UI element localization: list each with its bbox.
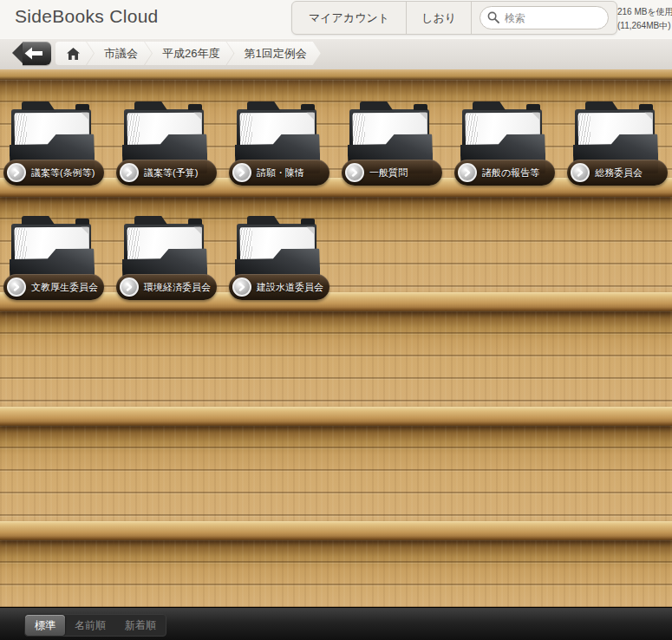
search-icon bbox=[487, 11, 499, 23]
shelf-top-lip bbox=[0, 69, 672, 80]
shelf-ledge bbox=[0, 521, 672, 540]
chevron-circle-icon bbox=[120, 163, 139, 182]
folder-row-2: 文教厚生委員会 bbox=[3, 212, 342, 301]
breadcrumb-bar: 市議会 平成26年度 第1回定例会 bbox=[0, 38, 672, 70]
chevron-circle-icon bbox=[232, 163, 251, 182]
chevron-circle-icon bbox=[571, 163, 590, 182]
breadcrumb-item[interactable]: 平成26年度 bbox=[145, 42, 233, 65]
bookshelf: 議案等(条例等) bbox=[0, 69, 672, 607]
folder-item[interactable]: 総務委員会 bbox=[567, 98, 672, 186]
my-account-button[interactable]: マイアカウント bbox=[292, 2, 407, 34]
folder-label: 総務委員会 bbox=[595, 167, 643, 180]
folder-label: 議案等(予算) bbox=[144, 167, 198, 180]
sort-control: 標準 名前順 新着順 bbox=[24, 614, 166, 637]
storage-total: (11,264MB中) bbox=[617, 19, 669, 33]
folder-item[interactable]: 議案等(予算) bbox=[116, 98, 229, 186]
folder-label-pill[interactable]: 総務委員会 bbox=[567, 160, 668, 186]
app-title: SideBooks Cloud bbox=[15, 6, 159, 27]
folder-item[interactable]: 議案等(条例等) bbox=[3, 98, 116, 186]
folder-label-pill[interactable]: 諸般の報告等 bbox=[454, 160, 555, 186]
folder-row-1: 議案等(条例等) bbox=[3, 98, 672, 186]
folder-label-pill[interactable]: 議案等(条例等) bbox=[3, 160, 104, 186]
folder-label: 建設水道委員会 bbox=[257, 281, 323, 294]
folder-item[interactable]: 諸般の報告等 bbox=[454, 98, 567, 186]
folder-label: 文教厚生委員会 bbox=[31, 281, 98, 294]
folder-item[interactable]: 建設水道委員会 bbox=[229, 212, 342, 301]
breadcrumb-home[interactable] bbox=[55, 42, 94, 65]
chevron-circle-icon bbox=[120, 278, 139, 297]
back-arrow-icon bbox=[23, 46, 44, 61]
search-pill[interactable] bbox=[480, 6, 609, 29]
shelf-back-panel bbox=[0, 426, 672, 521]
folder-item[interactable]: 環境経済委員会 bbox=[116, 212, 229, 301]
chevron-circle-icon bbox=[7, 278, 26, 297]
breadcrumb-item[interactable]: 市議会 bbox=[87, 42, 152, 65]
chevron-circle-icon bbox=[232, 278, 251, 297]
chevron-circle-icon bbox=[7, 163, 26, 182]
folder-label: 請願・陳情 bbox=[257, 167, 304, 180]
folder-label: 諸般の報告等 bbox=[482, 167, 539, 180]
breadcrumb-item[interactable]: 第1回定例会 bbox=[226, 42, 320, 65]
shelf-ledge bbox=[0, 407, 672, 426]
shelf-cubby-4 bbox=[0, 426, 672, 540]
folder-label: 議案等(条例等) bbox=[31, 167, 95, 180]
folder-label: 一般質問 bbox=[369, 167, 408, 180]
search-input[interactable] bbox=[503, 8, 603, 28]
folder-label-pill[interactable]: 建設水道委員会 bbox=[229, 274, 329, 300]
sort-option-button[interactable]: 名前順 bbox=[65, 615, 115, 636]
shelf-cubby-1: 議案等(条例等) bbox=[0, 80, 672, 197]
sort-option-button[interactable]: 標準 bbox=[25, 615, 65, 636]
folder-label-pill[interactable]: 環境経済委員会 bbox=[116, 274, 217, 300]
chevron-circle-icon bbox=[458, 163, 477, 182]
folder-label-pill[interactable]: 一般質問 bbox=[342, 160, 442, 186]
home-icon bbox=[67, 48, 80, 60]
sort-option-button[interactable]: 新着順 bbox=[115, 615, 166, 636]
back-button[interactable] bbox=[12, 42, 51, 65]
folder-label-pill[interactable]: 議案等(予算) bbox=[116, 160, 217, 186]
storage-usage: 216 MBを使用 (11,264MB中) bbox=[617, 5, 669, 33]
folder-item[interactable]: 一般質問 bbox=[342, 98, 454, 186]
storage-used: 216 MBを使用 bbox=[617, 5, 669, 19]
app-header: SideBooks Cloud マイアカウント しおり 216 MBを使用 (1… bbox=[0, 0, 672, 38]
folder-label-pill[interactable]: 請願・陳情 bbox=[229, 160, 329, 186]
folder-label: 環境経済委員会 bbox=[144, 281, 211, 294]
footer-bar: 標準 名前順 新着順 bbox=[0, 607, 672, 640]
folder-item[interactable]: 請願・陳情 bbox=[229, 98, 342, 186]
shelf-cubby-3 bbox=[0, 311, 672, 426]
bookmark-button[interactable]: しおり bbox=[407, 2, 472, 34]
header-toolbar: マイアカウント しおり bbox=[291, 1, 617, 35]
shelf-bottom-panel bbox=[0, 540, 672, 607]
breadcrumb-items: 市議会 平成26年度 第1回定例会 bbox=[94, 42, 321, 65]
search-area bbox=[472, 2, 617, 34]
shelf-back-panel bbox=[0, 311, 672, 407]
chevron-circle-icon bbox=[345, 163, 364, 182]
shelf-cubby-2: 文教厚生委員会 bbox=[0, 197, 672, 311]
breadcrumb: 市議会 平成26年度 第1回定例会 bbox=[55, 42, 321, 65]
folder-label-pill[interactable]: 文教厚生委員会 bbox=[3, 274, 104, 300]
folder-item[interactable]: 文教厚生委員会 bbox=[3, 212, 116, 301]
